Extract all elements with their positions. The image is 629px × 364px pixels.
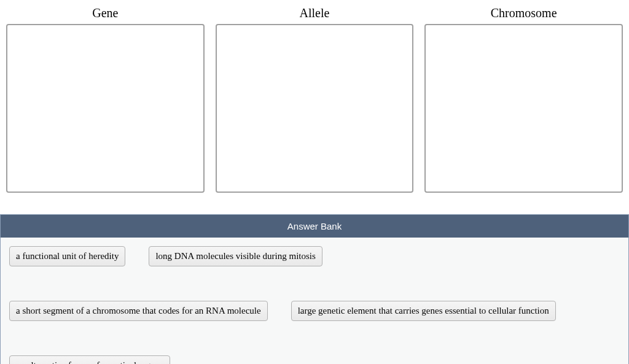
- answer-bank-container: Answer Bank a functional unit of heredit…: [0, 214, 629, 364]
- answer-item[interactable]: a short segment of a chromosome that cod…: [9, 301, 268, 321]
- category-column-gene: Gene: [6, 6, 205, 193]
- category-column-chromosome: Chromosome: [424, 6, 623, 193]
- answer-item[interactable]: long DNA molecules visible during mitosi…: [149, 246, 322, 266]
- category-label: Allele: [300, 6, 330, 20]
- answer-item[interactable]: large genetic element that carries genes…: [291, 301, 556, 321]
- answer-item[interactable]: a functional unit of heredity: [9, 246, 125, 266]
- category-label: Chromosome: [491, 6, 557, 20]
- drop-zone-chromosome[interactable]: [424, 24, 623, 193]
- drop-zone-allele[interactable]: [216, 24, 414, 193]
- answer-bank-body: a functional unit of heredity long DNA m…: [1, 238, 628, 364]
- categories-container: Gene Allele Chromosome: [0, 0, 629, 199]
- category-column-allele: Allele: [216, 6, 414, 193]
- answer-item[interactable]: an alternative forms of a particular gen…: [9, 355, 170, 364]
- answer-bank-header: Answer Bank: [1, 215, 628, 238]
- category-label: Gene: [92, 6, 118, 20]
- drop-zone-gene[interactable]: [6, 24, 205, 193]
